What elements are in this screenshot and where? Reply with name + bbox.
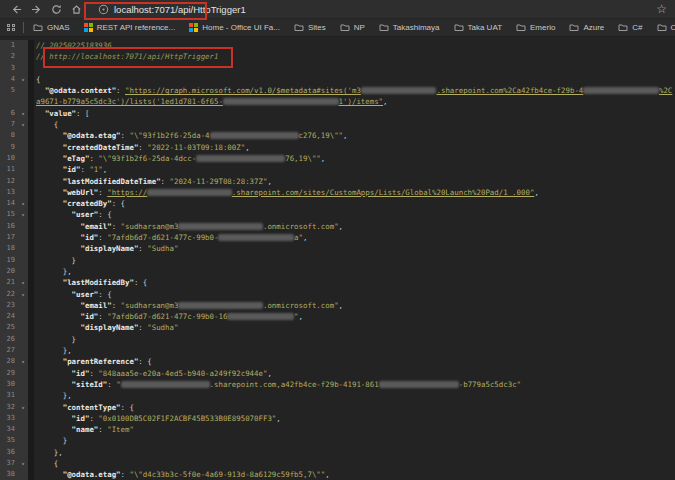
line-number: 8 xyxy=(0,130,18,141)
json-link[interactable]: .sharepoint.com%2Ca42fb4ce-f29b-4 xyxy=(436,86,583,95)
json-text: : xyxy=(138,143,147,152)
forward-icon[interactable] xyxy=(28,1,45,18)
json-text: c276,19\"" xyxy=(299,131,344,140)
code-text: "user": { xyxy=(34,209,675,220)
fold-gutter xyxy=(18,300,28,311)
fold-gutter xyxy=(18,232,28,243)
bookmark-item[interactable]: NP xyxy=(340,23,365,32)
line-number: 12 xyxy=(0,176,18,187)
bookmark-item[interactable]: REST API reference... xyxy=(84,23,176,32)
bookmark-item[interactable]: Codeplex xyxy=(657,23,675,32)
line-number: 16 xyxy=(0,221,18,232)
fold-arrow-icon[interactable]: ▾ xyxy=(18,402,28,413)
json-key: "id" xyxy=(81,233,99,242)
site-info-icon[interactable] xyxy=(96,2,110,16)
bookmark-item[interactable]: C# xyxy=(618,23,642,32)
json-text: : xyxy=(112,222,121,231)
folder-icon xyxy=(379,23,389,32)
json-text: : xyxy=(138,244,147,253)
code-line: 19 } xyxy=(0,255,675,266)
code-line: 34 "name": "Item" xyxy=(0,424,675,435)
json-text xyxy=(36,109,45,118)
favorite-star-icon[interactable]: ☆ xyxy=(656,3,667,15)
json-link[interactable]: "https://graph.microsoft.com/v1.0/$metad… xyxy=(125,86,361,95)
json-key: "@odata.etag" xyxy=(63,470,121,479)
fold-arrow-icon[interactable]: ▾ xyxy=(18,458,28,469)
json-key: "parentReference" xyxy=(63,357,139,366)
json-text: , xyxy=(339,222,343,231)
line-number: 9 xyxy=(0,142,18,153)
code-text: "createdBy": { xyxy=(34,198,675,209)
code-text: }, xyxy=(34,390,675,401)
fold-gutter xyxy=(18,311,28,322)
code-text: "id": "1", xyxy=(34,164,675,175)
fold-gutter xyxy=(18,176,28,187)
json-text: }, xyxy=(36,267,72,276)
json-text: : xyxy=(98,233,107,242)
fold-arrow-icon[interactable]: ▾ xyxy=(18,74,28,85)
line-number: 30 xyxy=(0,379,18,390)
apps-grid-icon[interactable] xyxy=(7,24,16,31)
bookmark-item[interactable]: Azure xyxy=(569,23,604,32)
code-line: 32▾ "contentType": { xyxy=(0,402,675,413)
json-text xyxy=(36,369,72,378)
fold-arrow-icon[interactable]: ▾ xyxy=(18,198,28,209)
code-text: } xyxy=(34,255,675,266)
line-number: 14 xyxy=(0,198,18,209)
json-text xyxy=(36,86,45,95)
json-text: } xyxy=(36,256,76,265)
json-text: "\"d4c33b3c-5f0e-4a69-913d-8a6129c59fb5,… xyxy=(129,470,325,479)
code-text: "siteId": ".sharepoint.com,a42fb4ce-f29b… xyxy=(34,379,675,390)
folder-icon xyxy=(569,23,579,32)
code-text: "id": "7afdb6d7-d621-477c-99b0-a", xyxy=(34,232,675,243)
json-link[interactable]: 1')/items" xyxy=(339,97,384,106)
json-text xyxy=(36,425,72,434)
json-text: : xyxy=(116,86,125,95)
json-text: : xyxy=(98,425,107,434)
fold-arrow-icon[interactable]: ▾ xyxy=(18,108,28,119)
json-key: "eTag" xyxy=(63,154,90,163)
bookmark-item[interactable]: Home - Office UI Fa... xyxy=(189,23,280,32)
fold-arrow-icon[interactable]: ▾ xyxy=(18,119,28,130)
fold-arrow-icon[interactable]: ▾ xyxy=(18,289,28,300)
url-text[interactable]: localhost:7071/api/HttpTrigger1 xyxy=(114,4,246,15)
fold-arrow-icon[interactable]: ▾ xyxy=(18,356,28,367)
code-text: "value": [ xyxy=(34,108,675,119)
fold-arrow-icon[interactable]: ▾ xyxy=(18,209,28,220)
address-bar[interactable]: localhost:7071/api/HttpTrigger1 xyxy=(96,2,656,16)
json-text xyxy=(36,380,72,389)
json-key: "createdDateTime" xyxy=(63,143,139,152)
back-icon[interactable] xyxy=(8,1,25,18)
line-number: 24 xyxy=(0,311,18,322)
bookmark-item[interactable]: Taka UAT xyxy=(454,23,503,32)
bookmark-item[interactable]: GNAS xyxy=(33,23,70,32)
code-line: 2// http://localhost:7071/api/HttpTrigge… xyxy=(0,51,675,62)
redacted-blur xyxy=(223,98,339,105)
code-line: 31 }, xyxy=(0,390,675,401)
redacted-blur xyxy=(218,234,294,241)
json-link[interactable]: .sharepoint.com/sites/CustomApps/Lists/G… xyxy=(232,188,535,197)
code-text: } xyxy=(34,435,675,446)
code-line: 3 xyxy=(0,63,675,74)
json-text: , xyxy=(299,312,303,321)
line-number: 33 xyxy=(0,413,18,424)
home-icon[interactable] xyxy=(68,1,85,18)
json-key: "user" xyxy=(72,290,99,299)
json-key: "siteId" xyxy=(72,380,108,389)
refresh-icon[interactable] xyxy=(48,1,65,18)
code-text: "lastModifiedBy": { xyxy=(34,277,675,288)
bookmark-label: NP xyxy=(354,23,365,32)
json-link[interactable]: "https:// xyxy=(107,188,147,197)
code-text: "user": { xyxy=(34,289,675,300)
code-text: "eTag": "\"93f1b2f6-25da-4dcc-76,19\"", xyxy=(34,153,675,164)
json-text: "2022-11-03T09:18:00Z" xyxy=(147,143,245,152)
bookmark-item[interactable]: Takashimaya xyxy=(379,23,440,32)
code-line: 24 "id": "7afdb6d7-d621-477c-99b0-16", xyxy=(0,311,675,322)
bookmark-item[interactable]: Emerio xyxy=(516,23,555,32)
json-text xyxy=(36,357,63,366)
fold-arrow-icon[interactable]: ▾ xyxy=(18,277,28,288)
code-text: "contentType": { xyxy=(34,402,675,413)
browser-toolbar: localhost:7071/api/HttpTrigger1 ☆ xyxy=(0,0,675,19)
code-line: 25 "displayName": "Sudha" xyxy=(0,322,675,333)
bookmark-item[interactable]: Sites xyxy=(294,23,326,32)
